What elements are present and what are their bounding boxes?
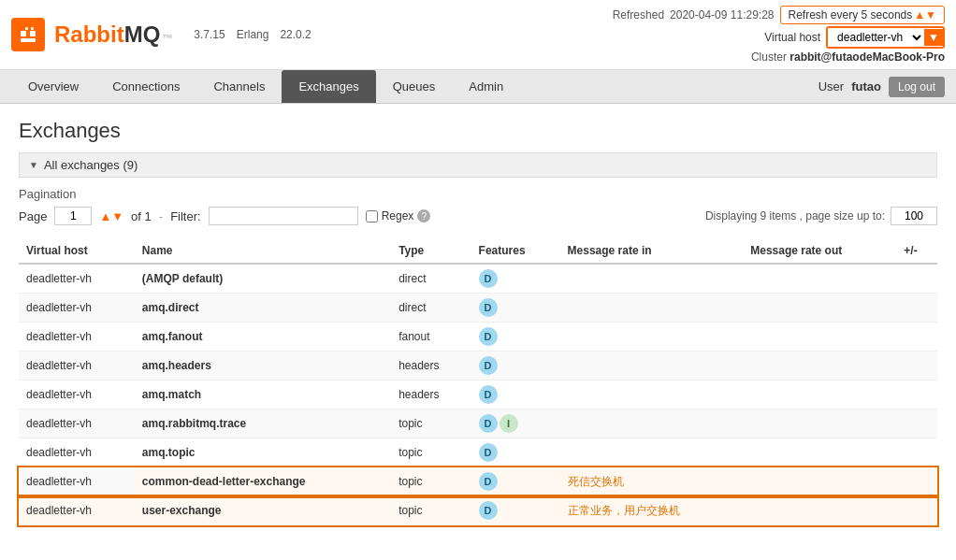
durable-badge: D [479,501,498,520]
tab-queues[interactable]: Queues [376,70,453,103]
vhost-select-wrap[interactable]: deadletter-vh ▼ [826,26,945,49]
cluster-row: Cluster rabbit@futaodeMacBook-Pro [751,50,945,64]
cell-plus-minus [896,381,937,409]
filter-label: Filter: [170,209,201,223]
regex-help-icon[interactable]: ? [417,209,430,223]
vhost-select[interactable]: deadletter-vh [828,28,924,47]
filter-input[interactable] [209,207,358,225]
cell-rate-in [560,323,744,352]
table-row[interactable]: deadletter-vhamq.fanoutfanoutD [19,323,937,352]
regex-label[interactable]: Regex ? [366,209,431,223]
durable-badge: D [479,327,498,346]
col-type: Type [391,238,471,264]
cell-rate-out [743,294,896,323]
col-rate-out: Message rate out [743,238,896,264]
cell-name[interactable]: amq.rabbitmq.trace [135,409,391,438]
nav-user: User futao Log out [818,77,945,97]
cell-vhost: deadletter-vh [19,438,135,467]
table-row[interactable]: deadletter-vhamq.directdirectD [19,294,937,323]
cell-vhost: deadletter-vh [19,467,135,496]
table-row[interactable]: deadletter-vhamq.topictopicD [19,438,937,467]
cell-plus-minus [896,438,937,467]
durable-badge: D [479,414,498,433]
tab-connections[interactable]: Connections [95,70,196,103]
cell-plus-minus [896,496,937,525]
cell-type: topic [391,438,471,467]
table-row[interactable]: deadletter-vhamq.rabbitmq.tracetopicDI [19,409,937,438]
cell-rate-out [743,438,896,467]
tab-admin[interactable]: Admin [452,70,520,103]
page-label: Page [19,209,47,223]
refresh-button[interactable]: Refresh every 5 seconds ▲▼ [780,6,946,24]
cell-rate-in [560,438,744,467]
cluster-label: Cluster [751,50,787,64]
page-input[interactable] [54,207,92,225]
cell-rate-in [560,294,744,323]
cell-plus-minus [896,467,937,496]
refreshed-time: 2020-04-09 11:29:28 [670,8,774,22]
cell-name[interactable]: common-dead-letter-exchange [135,467,391,496]
filter-separator: - [159,209,163,223]
cell-name[interactable]: amq.topic [135,438,391,467]
cell-features: D [471,323,560,352]
cell-name[interactable]: user-exchange [135,496,391,525]
cell-name[interactable]: amq.direct [135,294,391,323]
table-row[interactable]: deadletter-vhamq.matchheadersD [19,381,937,409]
svg-rect-1 [21,31,26,36]
cell-features: DI [471,409,560,438]
regex-checkbox[interactable] [366,210,378,223]
cell-type: headers [391,381,471,409]
cell-name[interactable]: amq.fanout [135,323,391,352]
user-label: User [818,79,844,93]
col-name: Name [135,238,391,264]
col-vhost: Virtual host [19,238,135,264]
vhost-row: Virtual host deadletter-vh ▼ [764,26,945,49]
top-bar: RabbitMQ™ 3.7.15 Erlang 22.0.2 Refreshed… [0,0,956,70]
tab-overview[interactable]: Overview [11,70,95,103]
all-exchanges-section[interactable]: ▼ All exchanges (9) [19,152,937,178]
table-row[interactable]: deadletter-vh(AMQP default)directD [19,264,937,294]
pagination-area: Pagination Page ▲▼ of 1 - Filter: Regex … [19,187,937,225]
cell-rate-out [743,467,896,496]
cell-name[interactable]: amq.headers [135,352,391,381]
col-rate-in: Message rate in [560,238,744,264]
cell-type: topic [391,496,471,525]
nav-tabs: Overview Connections Channels Exchanges … [11,70,520,103]
cell-type: direct [391,264,471,294]
cell-type: fanout [391,323,471,352]
version-number: 3.7.15 [194,28,225,41]
table-row[interactable]: deadletter-vhamq.headersheadersD [19,352,937,381]
logo-text: RabbitMQ™ [54,22,173,48]
display-info: Displaying 9 items , page size up to: [705,207,937,225]
cell-type: topic [391,409,471,438]
vhost-arrow-icon[interactable]: ▼ [924,29,943,46]
of-label: of 1 [131,209,152,223]
page-spinner-icon[interactable]: ▲▼ [99,209,123,223]
page-size-input[interactable] [891,207,937,225]
top-right: Refreshed 2020-04-09 11:29:28 Refresh ev… [613,6,945,64]
cell-rate-out [743,496,896,525]
tab-channels[interactable]: Channels [196,70,282,103]
tab-exchanges[interactable]: Exchanges [282,70,375,103]
cell-vhost: deadletter-vh [19,264,135,294]
section-label: All exchanges (9) [44,158,138,172]
cell-plus-minus [896,323,937,352]
section-arrow-icon: ▼ [29,160,38,170]
durable-badge: D [479,269,498,288]
svg-rect-2 [30,31,36,36]
nav-bar: Overview Connections Channels Exchanges … [0,70,956,104]
cell-features: D [471,264,560,294]
logo-area: RabbitMQ™ 3.7.15 Erlang 22.0.2 [11,18,311,51]
page-title: Exchanges [19,119,937,143]
table-row[interactable]: deadletter-vhcommon-dead-letter-exchange… [19,467,937,496]
cell-vhost: deadletter-vh [19,294,135,323]
cell-features: D [471,381,560,409]
cell-name[interactable]: (AMQP default) [135,264,391,294]
col-features: Features [471,238,560,264]
cell-rate-out [743,352,896,381]
exchanges-table: Virtual host Name Type Features Message … [19,238,937,525]
cell-name[interactable]: amq.match [135,381,391,409]
cell-plus-minus [896,264,937,294]
table-row[interactable]: deadletter-vhuser-exchangetopicD正常业务，用户交… [19,496,937,525]
logout-button[interactable]: Log out [889,77,945,97]
